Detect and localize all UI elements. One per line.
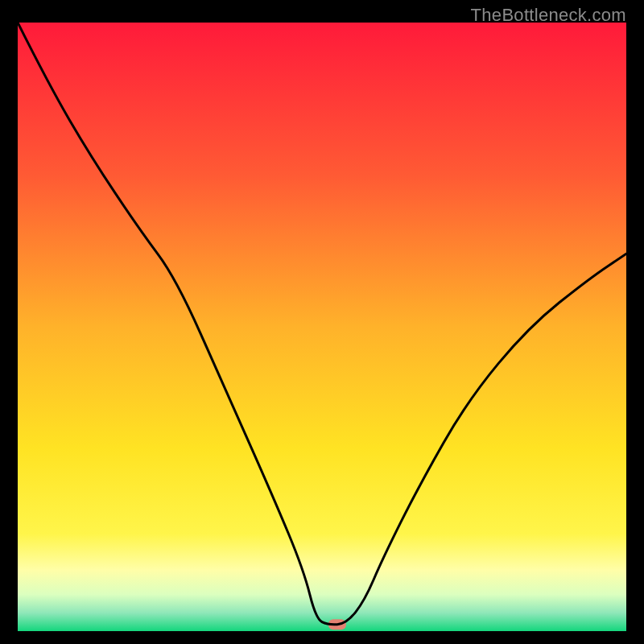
plot-svg bbox=[18, 23, 626, 631]
gradient-background bbox=[18, 23, 626, 631]
attribution-text: TheBottleneck.com bbox=[471, 5, 626, 26]
plot-area bbox=[18, 23, 626, 631]
chart-frame: TheBottleneck.com bbox=[0, 0, 644, 644]
